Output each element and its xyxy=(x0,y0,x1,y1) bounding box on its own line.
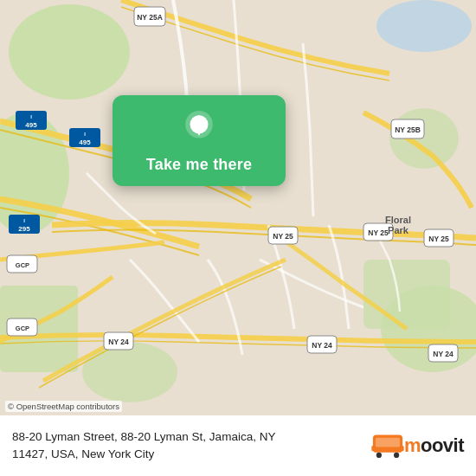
svg-text:495: 495 xyxy=(79,138,91,146)
moovit-rest-text: oovit xyxy=(421,434,464,456)
svg-text:NY 24: NY 24 xyxy=(108,338,129,346)
svg-text:GCP: GCP xyxy=(16,325,29,332)
action-card: Take me there xyxy=(113,95,286,186)
osm-attribution: © OpenStreetMap contributors xyxy=(5,401,122,412)
svg-text:295: 295 xyxy=(18,225,30,233)
svg-text:NY 25B: NY 25B xyxy=(395,125,421,134)
moovit-logo: moovit xyxy=(364,434,464,458)
svg-text:NY 25: NY 25 xyxy=(368,228,389,237)
svg-rect-4 xyxy=(363,260,450,329)
map-svg: NY 25A I 495 I 495 I 295 NY 25B NY 25 GC… xyxy=(0,0,476,415)
map-view: NY 25A I 495 I 495 I 295 NY 25B NY 25 GC… xyxy=(0,0,476,415)
location-pin-icon xyxy=(181,111,217,147)
osm-attribution-text: © OpenStreetMap contributors xyxy=(8,402,119,411)
info-bar: 88-20 Lyman Street, 88-20 Lyman St, Jama… xyxy=(0,415,476,476)
moovit-bus-icon xyxy=(371,434,404,458)
svg-text:Park: Park xyxy=(388,225,409,235)
moovit-brand-text: moovit xyxy=(404,434,464,457)
svg-text:Floral: Floral xyxy=(385,215,411,225)
svg-text:NY 25: NY 25 xyxy=(273,232,293,241)
moovit-m-letter: m xyxy=(404,434,421,456)
svg-point-46 xyxy=(394,453,399,458)
svg-point-8 xyxy=(376,0,472,52)
svg-point-45 xyxy=(376,453,382,458)
svg-rect-44 xyxy=(376,438,400,447)
svg-rect-47 xyxy=(371,446,374,451)
svg-text:GCP: GCP xyxy=(16,261,29,269)
svg-text:NY 25: NY 25 xyxy=(428,235,449,243)
address-text: 88-20 Lyman Street, 88-20 Lyman St, Jama… xyxy=(12,428,356,462)
svg-text:495: 495 xyxy=(25,121,37,129)
svg-point-1 xyxy=(9,4,130,100)
svg-text:NY 24: NY 24 xyxy=(433,350,453,358)
address-block: 88-20 Lyman Street, 88-20 Lyman St, Jama… xyxy=(12,428,356,462)
take-me-there-button[interactable]: Take me there xyxy=(146,156,252,174)
logo-row: moovit xyxy=(364,434,464,458)
svg-text:NY 24: NY 24 xyxy=(312,341,332,350)
svg-text:NY 25A: NY 25A xyxy=(137,13,163,22)
